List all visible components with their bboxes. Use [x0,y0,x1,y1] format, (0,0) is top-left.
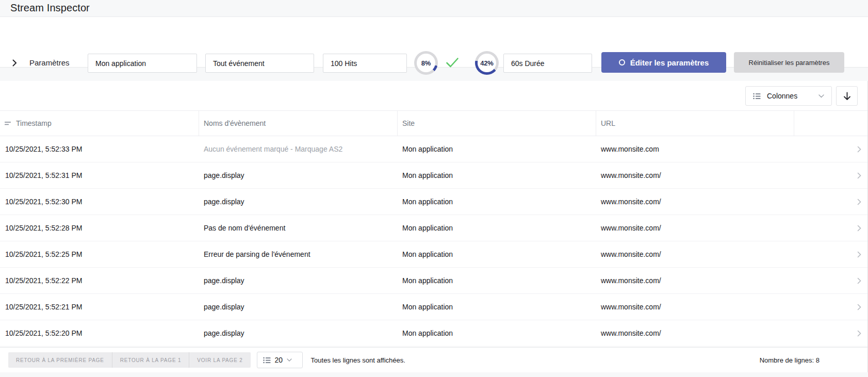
cell-site: Mon application [398,268,596,293]
cell-event: page.display [199,320,398,346]
edit-parameters-button[interactable]: Éditer les paramètres [601,52,726,73]
cell-timestamp: 10/25/2021, 5:52:30 PM [0,189,199,215]
chevron-down-icon [818,94,824,98]
download-button[interactable] [836,86,858,106]
page-size-select[interactable]: 20 [257,352,303,368]
cell-event: Erreur de parsing de l'événement [199,241,398,267]
cell-url: www.monsite.com/ [596,294,794,320]
hits-progress-inner: 8% [417,54,435,72]
cell-timestamp: 10/25/2021, 5:52:33 PM [0,136,199,162]
list-icon [753,93,761,100]
cell-row-actions [794,215,867,241]
cell-timestamp: 10/25/2021, 5:52:22 PM [0,268,199,293]
header-timestamp[interactable]: Timestamp [0,111,199,136]
cell-event: page.display [199,294,398,320]
cell-url: www.monsite.com/ [596,268,794,293]
page-size-value: 20 [275,356,283,364]
header-site: Site [398,111,596,136]
cell-url: www.monsite.com/ [596,320,794,346]
status-check [446,57,459,68]
first-page-button[interactable]: RETOUR À LA PREMIÈRE PAGE [8,352,112,368]
cell-row-actions [794,162,867,188]
cell-site: Mon application [398,162,596,188]
cell-event: page.display [199,162,398,188]
hits-input[interactable]: 100 Hits [323,54,407,73]
table-body: 10/25/2021, 5:52:33 PM Aucun événement m… [0,136,867,347]
cell-timestamp: 10/25/2021, 5:52:28 PM [0,215,199,241]
cell-site: Mon application [398,136,596,162]
table-header-row: Timestamp Noms d'évènement Site URL [0,110,867,136]
cell-row-actions [794,189,867,215]
page-1-button[interactable]: RETOUR À LA PAGE 1 [112,352,189,368]
list-icon [263,357,271,364]
edit-parameters-label: Éditer les paramètres [630,58,709,67]
cell-url: www.monsite.com/ [596,241,794,267]
cell-row-actions [794,241,867,267]
columns-label: Colonnes [767,92,797,100]
reset-parameters-label: Réinitialiser les paramètres [749,59,830,67]
cell-site: Mon application [398,294,596,320]
cell-timestamp: 10/25/2021, 5:52:31 PM [0,162,199,188]
page-2-button[interactable]: VOIR LA PAGE 2 [189,352,250,368]
cell-site: Mon application [398,215,596,241]
columns-dropdown[interactable]: Colonnes [745,86,832,106]
table-row[interactable]: 10/25/2021, 5:52:25 PM Erreur de parsing… [0,241,867,268]
page-title: Stream Inspector [10,2,90,14]
chevron-right-icon [857,304,861,310]
header-site-label: Site [402,119,415,127]
row-count: Nombre de lignes: 8 [760,356,820,364]
chevron-right-icon [857,251,861,258]
cell-row-actions [794,320,867,346]
cell-row-actions [794,268,867,293]
table-row[interactable]: 10/25/2021, 5:52:28 PM Pas de nom d'évén… [0,215,867,241]
chevron-right-icon [857,277,861,284]
cell-timestamp: 10/25/2021, 5:52:25 PM [0,241,199,267]
table-row[interactable]: 10/25/2021, 5:52:21 PM page.display Mon … [0,294,867,320]
header-event-names-label: Noms d'évènement [204,119,266,127]
chevron-right-icon [857,330,861,337]
hits-progress-label: 8% [421,59,431,67]
event-filter-input[interactable]: Tout événement [205,54,314,73]
all-rows-message: Toutes les lignes sont affichées. [311,356,405,364]
download-icon [843,91,851,101]
stream-inspector-page: Stream Inspector Paramètres Mon applicat… [0,0,868,377]
duration-progress-ring: 42% [475,51,499,75]
table-row[interactable]: 10/25/2021, 5:52:22 PM page.display Mon … [0,268,867,294]
cell-url: www.monsite.com/ [596,215,794,241]
chevron-right-icon [857,146,861,153]
cell-timestamp: 10/25/2021, 5:52:21 PM [0,294,199,320]
table-footer: RETOUR À LA PREMIÈRE PAGE RETOUR À LA PA… [0,347,867,372]
duration-input[interactable]: 60s Durée [503,54,592,73]
header-actions [794,111,867,136]
cell-event: Pas de nom d'événement [199,215,398,241]
site-input[interactable]: Mon application [88,54,197,73]
duration-progress-label: 42% [480,59,493,67]
hits-progress-ring: 8% [414,51,438,75]
cell-site: Mon application [398,241,596,267]
reset-parameters-button[interactable]: Réinitialiser les paramètres [734,52,844,73]
circle-icon [619,59,625,65]
header-url-label: URL [601,119,615,127]
chevron-right-icon [12,59,17,67]
cell-site: Mon application [398,189,596,215]
table-row[interactable]: 10/25/2021, 5:52:30 PM page.display Mon … [0,189,867,215]
cell-url: www.monsite.com/ [596,162,794,188]
chevron-down-icon [287,358,292,362]
cell-row-actions [794,136,867,162]
cell-event: Aucun événement marqué - Marquage AS2 [199,136,398,162]
cell-event: page.display [199,189,398,215]
parameters-label: Paramètres [29,58,70,67]
header-event-names: Noms d'évènement [199,111,398,136]
cell-url: www.monsite.com [596,136,794,162]
table-row[interactable]: 10/25/2021, 5:52:20 PM page.display Mon … [0,320,867,347]
table-row[interactable]: 10/25/2021, 5:52:31 PM page.display Mon … [0,162,867,189]
chevron-right-icon [857,172,861,179]
chevron-right-icon [857,225,861,232]
expand-parameters-chevron[interactable] [11,59,18,67]
header-url: URL [596,111,794,136]
pagination-group: RETOUR À LA PREMIÈRE PAGE RETOUR À LA PA… [8,352,251,368]
table-row[interactable]: 10/25/2021, 5:52:33 PM Aucun événement m… [0,136,867,162]
duration-progress-inner: 42% [478,54,496,72]
cell-row-actions [794,294,867,320]
chevron-right-icon [857,199,861,205]
